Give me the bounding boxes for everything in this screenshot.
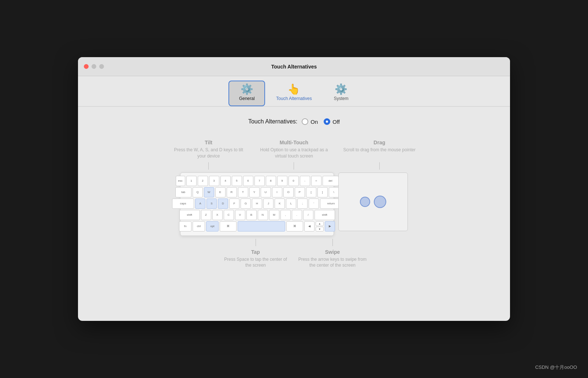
tap-desc: Tap Press Space to tap the center of the… — [217, 249, 294, 269]
key-arrow-up: ▲ — [316, 221, 324, 226]
connector-bottom — [217, 239, 371, 246]
tilt-text: Press the W, A, S, and D keys to tilt yo… — [170, 147, 248, 159]
key-1: 1 — [186, 176, 197, 186]
radio-on[interactable]: On — [302, 118, 318, 125]
key-o: O — [283, 187, 294, 197]
minimize-button[interactable] — [92, 64, 96, 69]
key-f: F — [229, 199, 239, 209]
radio-off-circle[interactable] — [324, 118, 330, 125]
key-3: 3 — [209, 176, 219, 186]
key-semicolon: ; — [297, 199, 308, 209]
key-cmd-l: ⌘ — [220, 221, 237, 231]
radio-off-label: Off — [332, 119, 340, 125]
connector-top — [166, 162, 422, 170]
radio-on-label: On — [310, 119, 318, 125]
close-button[interactable] — [84, 64, 89, 69]
key-space — [238, 221, 285, 231]
key-fn: fn — [179, 221, 191, 231]
line-tap — [256, 239, 256, 246]
drag-text: Scroll to drag from the mouse pointer — [340, 147, 418, 153]
key-option: opt — [206, 221, 219, 231]
key-rbracket: ] — [317, 187, 328, 197]
tab-general[interactable]: ⚙️ General — [228, 81, 265, 106]
key-m: M — [269, 210, 279, 220]
gear-icon: ⚙️ — [241, 84, 253, 94]
swipe-desc: Swipe Press the arrow keys to swipe from… — [294, 249, 371, 269]
key-v: V — [235, 210, 245, 220]
toggle-row: Touch Alternatives: On Off — [248, 118, 340, 125]
key-n: N — [258, 210, 268, 220]
tap-title: Tap — [221, 249, 290, 255]
key-g: G — [241, 199, 251, 209]
toggle-label: Touch Alternatives: — [248, 118, 297, 125]
key-l: L — [286, 199, 296, 209]
key-q: Q — [193, 187, 203, 197]
key-cmd-r: ⌘ — [286, 221, 303, 231]
touch-dot-1 — [360, 197, 370, 207]
key-2: 2 — [198, 176, 208, 186]
key-lbracket: [ — [306, 187, 316, 197]
features-area: Tilt Press the W, A, S, and D keys to ti… — [93, 140, 495, 268]
key-7: 7 — [254, 176, 265, 186]
key-delete: del — [323, 176, 339, 186]
line-multitouch — [294, 162, 294, 170]
key-s: S — [206, 199, 217, 209]
watermark: CSDN @十月ooOO — [535, 364, 577, 371]
key-e: E — [215, 187, 226, 197]
trackpad-illustration — [338, 173, 408, 231]
keyboard-illustration: esc 1 2 3 4 5 6 7 8 9 0 - = del — [180, 173, 334, 236]
main-content: Touch Alternatives: On Off Tilt Press th… — [78, 107, 510, 321]
key-9: 9 — [277, 176, 287, 186]
key-arrow-right: ▶ — [325, 221, 335, 231]
drag-desc: Drag Scroll to drag from the mouse point… — [337, 140, 422, 159]
key-z: Z — [201, 210, 211, 220]
touch-dot-2 — [374, 196, 386, 208]
key-slash: / — [303, 210, 313, 220]
key-x: X — [212, 210, 223, 220]
key-0: 0 — [289, 176, 299, 186]
swipe-title: Swipe — [298, 249, 367, 255]
maximize-button[interactable] — [99, 64, 104, 69]
key-8: 8 — [266, 176, 276, 186]
key-period: . — [292, 210, 302, 220]
key-5: 5 — [232, 176, 242, 186]
line-tilt — [208, 162, 209, 170]
tab-system-label: System — [334, 96, 349, 101]
key-c: C — [224, 210, 234, 220]
line-drag — [379, 162, 380, 170]
key-i: I — [272, 187, 282, 197]
toolbar: ⚙️ General 👆 Touch Alternatives ⚙️ Syste… — [78, 76, 510, 107]
key-minus: - — [300, 176, 310, 186]
key-ctrl: ctrl — [193, 221, 205, 231]
key-u: U — [261, 187, 271, 197]
key-j: J — [263, 199, 273, 209]
tab-touch-label: Touch Alternatives — [276, 96, 312, 101]
key-a: A — [195, 199, 205, 209]
key-d: D — [218, 199, 228, 209]
hand-icon: 👆 — [287, 84, 300, 94]
key-lshift: shift — [179, 210, 200, 220]
key-p: P — [295, 187, 305, 197]
titlebar: Touch Alternatives — [78, 57, 510, 76]
tab-general-label: General — [239, 96, 255, 101]
features-bottom: Tap Press Space to tap the center of the… — [217, 249, 371, 269]
radio-off[interactable]: Off — [324, 118, 340, 125]
line-swipe — [332, 239, 333, 246]
key-tab: tab — [175, 187, 191, 197]
radio-on-circle[interactable] — [302, 118, 308, 125]
tilt-title: Tilt — [170, 140, 248, 145]
drag-title: Drag — [340, 140, 418, 145]
key-arrow-down: ▼ — [316, 227, 324, 231]
multitouch-desc: Multi-Touch Hold Option to use a trackpa… — [251, 140, 336, 159]
radio-group: On Off — [302, 118, 340, 125]
key-rshift: shift — [315, 210, 335, 220]
tab-system[interactable]: ⚙️ System — [323, 81, 360, 106]
window-title: Touch Alternatives — [271, 64, 317, 70]
key-equals: = — [311, 176, 321, 186]
key-w: W — [204, 187, 214, 197]
key-b: B — [246, 210, 257, 220]
multitouch-text: Hold Option to use a trackpad as a virtu… — [255, 147, 333, 159]
key-arrow-left: ◀ — [304, 221, 315, 231]
system-icon: ⚙️ — [335, 84, 347, 94]
tab-touch-alternatives[interactable]: 👆 Touch Alternatives — [268, 81, 320, 106]
